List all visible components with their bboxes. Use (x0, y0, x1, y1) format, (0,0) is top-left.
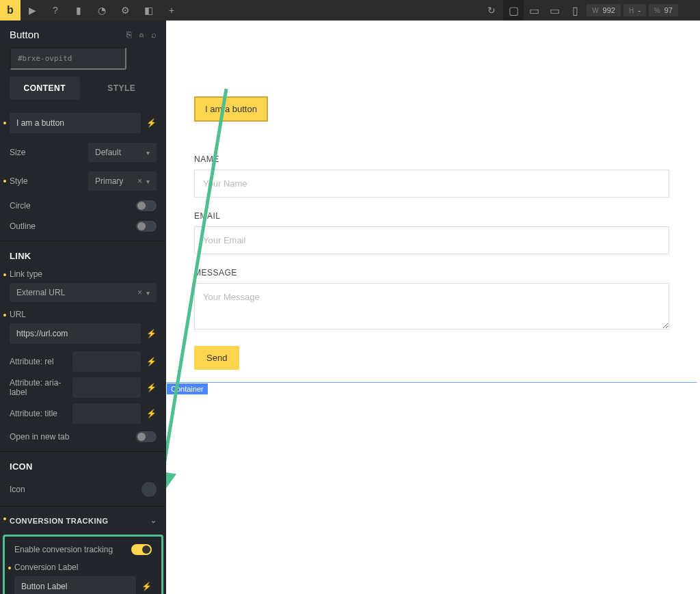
message-input[interactable] (194, 283, 669, 329)
preview-button[interactable]: I am a button (194, 96, 268, 122)
link-type-label: Link type (0, 267, 166, 283)
link-type-select[interactable]: External URL×▾ (10, 283, 157, 302)
button-text-input[interactable] (10, 113, 141, 133)
circle-row: Circle (0, 195, 166, 216)
dynamic-icon[interactable]: ⚡ (146, 357, 157, 366)
icon-section-title: ICON (0, 452, 166, 477)
attr-title-input[interactable] (72, 403, 141, 424)
pin-icon[interactable]: ⎘ (126, 29, 132, 40)
circle-toggle[interactable] (136, 200, 157, 211)
size-row: Size Default▾ (0, 138, 166, 167)
preview-canvas: I am a button NAME EMAIL MESSAGE Send Co… (166, 21, 700, 594)
app-logo[interactable]: b (0, 0, 21, 21)
dynamic-icon[interactable]: ⚡ (142, 582, 152, 591)
new-tab-toggle[interactable] (136, 431, 157, 442)
icon-row: Icon (0, 477, 166, 502)
enable-ct-row: Enable conversion tracking (5, 539, 161, 560)
size-select[interactable]: Default▾ (88, 143, 157, 162)
dynamic-icon[interactable]: ⚡ (146, 118, 157, 128)
outline-row: Outline (0, 216, 166, 237)
enable-ct-toggle[interactable] (131, 544, 152, 555)
message-label: MESSAGE (194, 268, 669, 278)
conversion-tracking-panel: Enable conversion tracking Conversion La… (3, 535, 163, 594)
inspector-sidebar: Button ⎘ ⍝ ⌕ CONTENT STYLE ⚡ Size Defaul… (0, 21, 166, 594)
history-icon[interactable]: ◔ (90, 5, 113, 16)
device-tablet-icon[interactable]: ▯ (565, 0, 585, 21)
style-select[interactable]: Primary×▾ (88, 172, 157, 191)
name-label: NAME (194, 154, 669, 164)
attr-rel-row: Attribute: rel ⚡ (0, 349, 166, 375)
style-row: Style Primary×▾ (0, 167, 166, 195)
attr-rel-input[interactable] (72, 351, 141, 372)
top-toolbar: b ▶ ? ▮ ◔ ⚙ ◧ + ↻ ▢ ▭ ▭ ▯ W992 H- %97 (0, 0, 700, 21)
mouse-icon[interactable]: ⍝ (139, 29, 144, 40)
icon-picker[interactable] (142, 482, 157, 497)
name-input[interactable] (194, 170, 669, 198)
conversion-tracking-title[interactable]: CONVERSION TRACKING ⌄ (0, 507, 166, 530)
play-icon[interactable]: ▶ (21, 5, 44, 16)
device-tablet-landscape-icon[interactable]: ▭ (544, 0, 565, 21)
new-tab-row: Open in new tab (0, 427, 166, 447)
tab-style[interactable]: STYLE (87, 77, 157, 100)
conversion-label-title: Conversion Label (5, 560, 161, 576)
code-icon[interactable]: ◧ (137, 5, 160, 16)
element-id-field[interactable] (10, 47, 126, 70)
chevron-down-icon: ⌄ (150, 516, 157, 525)
attr-aria-row: Attribute: aria-label ⚡ (0, 375, 166, 401)
url-label: URL (0, 307, 166, 323)
conversion-label-input[interactable] (14, 576, 136, 594)
add-icon[interactable]: + (160, 5, 183, 16)
element-title: Button (10, 29, 39, 40)
url-input[interactable] (10, 323, 141, 344)
email-input[interactable] (194, 226, 669, 254)
link-section-title: LINK (0, 241, 166, 267)
height-readout: H- (623, 4, 646, 16)
help-icon[interactable]: ? (44, 5, 67, 16)
tab-content[interactable]: CONTENT (10, 77, 80, 100)
device-desktop-icon[interactable]: ▭ (524, 0, 544, 21)
outline-toggle[interactable] (136, 221, 157, 232)
attr-title-row: Attribute: title ⚡ (0, 401, 166, 427)
dynamic-icon[interactable]: ⚡ (146, 383, 157, 392)
attr-aria-input[interactable] (72, 377, 141, 398)
search-icon[interactable]: ⌕ (151, 29, 157, 40)
settings-icon[interactable]: ⚙ (113, 5, 137, 16)
clipboard-icon[interactable]: ▮ (67, 5, 90, 16)
dynamic-icon[interactable]: ⚡ (146, 409, 157, 418)
dynamic-icon[interactable]: ⚡ (146, 329, 157, 338)
zoom-readout: %97 (649, 4, 678, 16)
email-label: EMAIL (194, 211, 669, 221)
send-button[interactable]: Send (194, 346, 239, 370)
device-fullscreen-icon[interactable]: ▢ (503, 0, 524, 21)
container-tag[interactable]: Container (167, 383, 208, 394)
refresh-icon[interactable]: ↻ (480, 5, 503, 16)
button-text-row: ⚡ (0, 108, 166, 138)
width-readout: W992 (587, 4, 621, 16)
